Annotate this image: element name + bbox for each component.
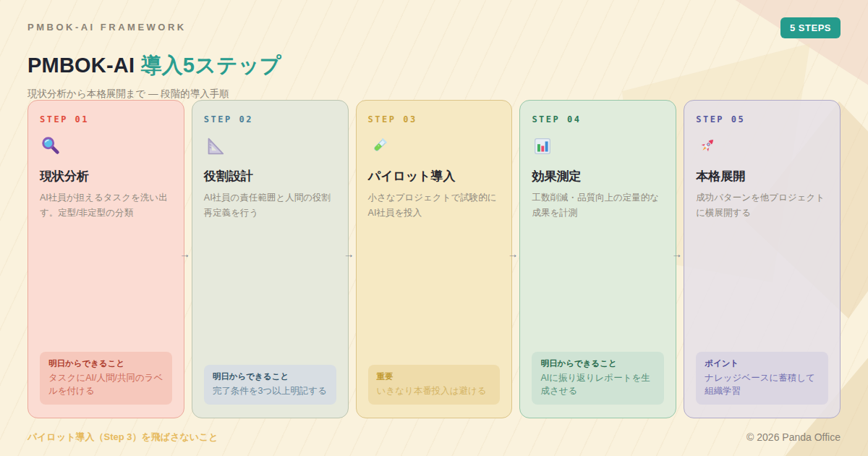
step-callout: 重要 いきなり本番投入は避ける: [368, 365, 501, 405]
step-number-label: STEP 01: [40, 114, 172, 124]
step-description: AI社員が担えるタスクを洗い出す。定型/非定型の分類: [40, 190, 172, 220]
step-card-5: STEP 05 本格展開 成功パターンを他プロジェクトに横展開する ポイント: [684, 100, 841, 418]
step-title: 本格展開: [696, 168, 828, 185]
step-title: 効果測定: [532, 168, 664, 185]
callout-label: ポイント: [705, 358, 820, 369]
step-callout: 明日からできること 完了条件を3つ以上明記する: [204, 365, 336, 405]
steps-row: STEP 01 現状分析 AI社員が担えるタスクを洗い出す。定型/非定型の分類 …: [27, 100, 841, 418]
triangle-ruler-icon: [204, 135, 336, 159]
page-title: PMBOK-AI 導入5ステップ: [0, 51, 868, 80]
step-description: AI社員の責任範囲と人間の役割再定義を行う: [204, 190, 336, 220]
step-callout: ポイント ナレッジベースに蓄積して組織学習: [696, 352, 828, 405]
step-title: 現状分析: [40, 168, 172, 185]
steps-count-badge: 5 STEPS: [780, 17, 841, 38]
page-title-accent: 導入5ステップ: [135, 54, 281, 77]
copyright-text: © 2026 Panda Office: [746, 431, 841, 443]
step-number-label: STEP 03: [368, 114, 501, 124]
callout-text: いきなり本番投入は避ける: [377, 384, 492, 398]
bar-chart-icon: [532, 135, 664, 159]
step-card-2: STEP 02 役割設計 AI社員の責任範囲と人間の役割再定義を行う 明日からで…: [192, 100, 349, 418]
footer-warning-note: パイロット導入（Step 3）を飛ばさないこと: [27, 431, 218, 444]
flow-arrow-icon: →: [504, 248, 522, 260]
test-tube-icon: [368, 135, 501, 159]
step-number-label: STEP 05: [696, 114, 828, 124]
callout-label: 明日からできること: [540, 358, 655, 369]
step-description: 工数削減・品質向上の定量的な成果を計測: [532, 190, 664, 220]
step-card-3: STEP 03 パイロット導入 小さなプロジェクトで試験的にAI社員を投入 重要…: [356, 100, 513, 418]
callout-text: 完了条件を3つ以上明記する: [213, 384, 328, 398]
step-title: パイロット導入: [368, 168, 501, 185]
callout-text: ナレッジベースに蓄積して組織学習: [705, 371, 820, 399]
infographic-page: PMBOK-AI FRAMEWORK 5 STEPS PMBOK-AI 導入5ス…: [0, 0, 868, 456]
rocket-icon: [696, 135, 828, 159]
flow-arrow-icon: →: [176, 248, 193, 260]
magnifier-icon: [40, 135, 172, 159]
callout-label: 重要: [377, 371, 492, 382]
callout-text: タスクにAI/人間/共同のラベルを付ける: [48, 371, 163, 399]
page-title-main: PMBOK-AI: [27, 54, 135, 77]
step-callout: 明日からできること AIに振り返りレポートを生成させる: [532, 352, 664, 405]
step-description: 成功パターンを他プロジェクトに横展開する: [696, 190, 828, 220]
callout-label: 明日からできること: [213, 371, 328, 382]
flow-arrow-icon: →: [668, 248, 686, 260]
page-subtitle: 現状分析から本格展開まで — 段階的導入手順: [0, 88, 868, 101]
step-number-label: STEP 04: [532, 114, 664, 124]
callout-label: 明日からできること: [48, 358, 163, 369]
callout-text: AIに振り返りレポートを生成させる: [540, 371, 655, 399]
flow-arrow-icon: →: [340, 248, 357, 260]
step-title: 役割設計: [204, 168, 336, 185]
step-card-1: STEP 01 現状分析 AI社員が担えるタスクを洗い出す。定型/非定型の分類 …: [27, 100, 184, 418]
step-description: 小さなプロジェクトで試験的にAI社員を投入: [368, 190, 501, 220]
eyebrow-label: PMBOK-AI FRAMEWORK: [27, 22, 187, 33]
step-callout: 明日からできること タスクにAI/人間/共同のラベルを付ける: [40, 352, 172, 405]
step-card-4: STEP 04 効果測定 工数削減・品質向上の定量的な成果を計測 明日からできる…: [519, 100, 676, 418]
step-number-label: STEP 02: [204, 114, 336, 124]
